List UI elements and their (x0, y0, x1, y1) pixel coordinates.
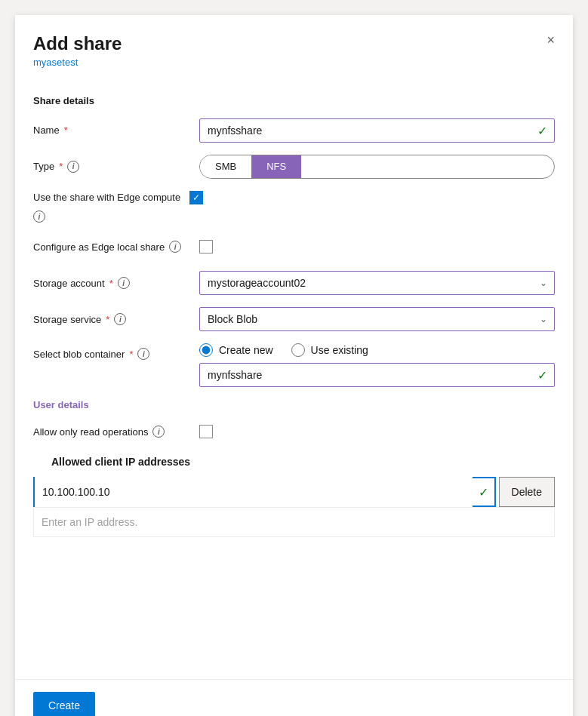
ip-placeholder-row: Enter an IP address. (33, 507, 555, 537)
dialog-title: Add share (33, 33, 555, 55)
ip-addresses-section: Allowed client IP addresses ✓ Delete Ent… (33, 456, 555, 537)
allow-read-label: Allow only read operations i (33, 426, 199, 438)
ip-address-input[interactable] (35, 477, 473, 507)
storage-account-required: * (109, 278, 113, 289)
storage-service-row: Storage service * i Block Blob ⌄ (33, 307, 555, 331)
blob-container-label: Select blob container * i (33, 343, 199, 360)
ip-valid-icon: ✓ (473, 485, 494, 499)
dialog-subtitle: myasetest (33, 57, 555, 68)
create-new-radio[interactable] (199, 343, 213, 357)
name-row: Name * ✓ (33, 118, 555, 143)
edge-compute-label: Use the share with Edge compute (33, 192, 180, 203)
edge-local-checkbox-wrapper (199, 240, 555, 254)
storage-account-select-wrapper: mystorageaccount02 ⌄ (199, 271, 555, 295)
edge-local-label: Configure as Edge local share i (33, 241, 199, 253)
type-toggle: SMB NFS (199, 155, 555, 179)
name-input[interactable] (199, 118, 555, 143)
ip-placeholder-text: Enter an IP address. (42, 516, 137, 528)
storage-account-row: Storage account * i mystorageaccount02 ⌄ (33, 271, 555, 295)
name-valid-icon: ✓ (537, 123, 547, 137)
storage-service-required: * (106, 314, 109, 325)
storage-service-select-wrapper: Block Blob ⌄ (199, 307, 555, 331)
edge-compute-info-icon[interactable]: i (33, 210, 45, 223)
use-existing-radio[interactable] (291, 343, 305, 357)
storage-account-select[interactable]: mystorageaccount02 (199, 271, 555, 295)
user-details-section: User details Allow only read operations … (33, 399, 555, 444)
share-details-section-label: Share details (33, 95, 555, 106)
user-details-label: User details (33, 399, 555, 410)
allow-read-info-icon[interactable]: i (152, 426, 165, 438)
storage-account-label: Storage account * i (33, 277, 199, 289)
edge-compute-checkbox[interactable] (189, 191, 203, 204)
add-share-dialog: Add share myasetest × Share details Name… (15, 15, 573, 716)
type-nfs-option[interactable]: NFS (251, 155, 301, 178)
name-required: * (64, 124, 68, 136)
close-button[interactable]: × (543, 30, 558, 50)
edge-local-info-icon[interactable]: i (169, 241, 181, 253)
storage-service-select[interactable]: Block Blob (199, 307, 555, 331)
delete-button[interactable]: Delete (499, 477, 555, 507)
allow-read-checkbox[interactable] (199, 425, 213, 438)
type-smb-option[interactable]: SMB (200, 155, 251, 178)
blob-container-row: Select blob container * i Create new Use… (33, 343, 555, 387)
type-info-icon[interactable]: i (67, 161, 79, 173)
use-existing-option[interactable]: Use existing (291, 343, 368, 357)
ip-addresses-title: Allowed client IP addresses (51, 456, 555, 468)
ip-input-wrapper: ✓ (33, 477, 496, 507)
storage-service-label: Storage service * i (33, 313, 199, 325)
edge-compute-row: Use the share with Edge compute i (33, 191, 555, 223)
allow-read-row: Allow only read operations i (33, 419, 555, 444)
blob-container-info-icon[interactable]: i (137, 348, 149, 360)
type-label: Type * i (33, 161, 199, 173)
type-row: Type * i SMB NFS (33, 155, 555, 179)
create-button[interactable]: Create (33, 692, 95, 716)
container-name-valid-icon: ✓ (537, 368, 547, 383)
name-input-wrapper: ✓ (199, 118, 555, 143)
dialog-footer: Create (15, 679, 573, 716)
type-required: * (59, 161, 63, 172)
storage-account-info-icon[interactable]: i (118, 277, 130, 289)
blob-container-radio-group: Create new Use existing (199, 343, 555, 357)
storage-service-info-icon[interactable]: i (114, 313, 126, 325)
blob-container-controls: Create new Use existing ✓ (199, 343, 555, 387)
dialog-header: Add share myasetest × (15, 15, 573, 77)
container-name-input[interactable] (199, 363, 555, 387)
allow-read-checkbox-wrapper (199, 425, 555, 438)
container-name-wrapper: ✓ (199, 363, 555, 387)
edge-local-checkbox[interactable] (199, 240, 213, 254)
type-toggle-group: SMB NFS (199, 155, 555, 179)
dialog-content: Share details Name * ✓ Type * i SMB NF (15, 77, 573, 679)
create-new-option[interactable]: Create new (199, 343, 273, 357)
name-label: Name * (33, 124, 199, 136)
blob-container-required: * (129, 349, 133, 360)
edge-local-row: Configure as Edge local share i (33, 235, 555, 259)
ip-entry-row: ✓ Delete (33, 477, 555, 507)
